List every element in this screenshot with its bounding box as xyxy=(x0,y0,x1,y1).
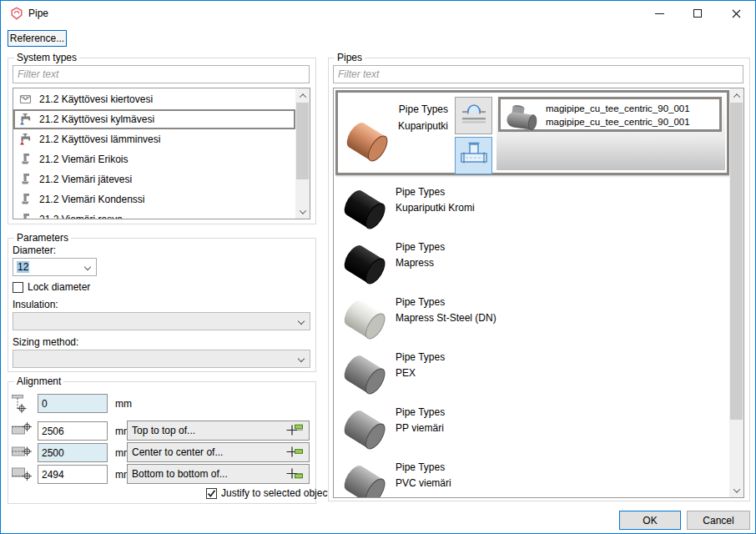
system-type-row[interactable]: 21.2 Viemäri jätevesi xyxy=(13,169,295,189)
sizing-method-combobox[interactable] xyxy=(13,350,310,368)
ok-button[interactable]: OK xyxy=(619,511,681,530)
system-type-row[interactable]: 21.2 Viemäri Erikois xyxy=(13,149,295,169)
pipe-type-title: Pipe Types xyxy=(396,241,445,253)
pipe-type-title: Pipe Types xyxy=(396,296,445,308)
pipe-tee-button[interactable] xyxy=(455,137,492,174)
pipe-type-title: Pipe Types xyxy=(396,406,445,418)
pipe-dialog: Pipe Reference... System types 21.2 Käyt… xyxy=(0,0,756,534)
pipe-cylinder-image xyxy=(339,237,391,293)
alignment-label: Alignment xyxy=(14,375,63,387)
diameter-value: 12 xyxy=(17,261,29,273)
alignment-value-input[interactable] xyxy=(38,465,108,484)
checkbox-box xyxy=(206,488,217,499)
chevron-down-icon xyxy=(298,318,305,325)
reference-button[interactable]: Reference... xyxy=(8,30,67,47)
pipe-type-row[interactable]: Pipe TypesPEX xyxy=(334,345,726,400)
pipe-type-title: Pipe Types xyxy=(368,101,448,118)
system-list-scrollbar[interactable] xyxy=(295,88,310,219)
pipe-type-row[interactable]: Pipe TypesMapress St-Steel (DN) xyxy=(334,290,726,345)
system-type-row[interactable]: 21.2 Käyttövesi kylmävesi xyxy=(13,109,295,129)
close-icon xyxy=(732,9,741,18)
alignment-value-input[interactable] xyxy=(38,443,108,462)
pipe-cylinder-image xyxy=(339,182,391,238)
align-bottom-icon xyxy=(11,464,33,484)
insulation-combobox[interactable] xyxy=(13,312,310,330)
lock-diameter-checkbox[interactable]: Lock diameter xyxy=(13,281,90,293)
drain-icon xyxy=(18,192,34,207)
pipe-type-title: Pipe Types xyxy=(396,461,445,473)
scroll-down-icon[interactable] xyxy=(295,204,310,219)
alignment-value-input[interactable] xyxy=(38,394,108,413)
alignment-reference-button[interactable]: Bottom to bottom of... xyxy=(127,464,310,484)
pipes-filter-input[interactable] xyxy=(333,65,743,83)
checkbox-box xyxy=(13,282,23,293)
plus-green-center-icon xyxy=(285,445,305,461)
alignment-button-label: Top to top of... xyxy=(132,425,195,436)
alignment-button-label: Center to center of... xyxy=(132,446,223,458)
minimize-button[interactable] xyxy=(640,1,678,26)
scroll-up-icon[interactable] xyxy=(729,88,743,103)
system-types-list: 21.2 Käyttövesi kiertovesi 21.2 Käyttöve… xyxy=(13,88,310,219)
fitting-panel: magipipe_cu_tee_centric_90_001 magipipe_… xyxy=(496,95,725,170)
system-type-label: 21.2 Viemäri rasva xyxy=(39,214,123,219)
system-filter-input[interactable] xyxy=(13,65,310,83)
alignment-button-label: Bottom to bottom of... xyxy=(132,468,228,480)
chevron-down-icon xyxy=(84,264,91,270)
pipe-cylinder-image xyxy=(339,292,391,348)
parameters-label: Parameters xyxy=(14,232,71,244)
scrollbar-thumb[interactable] xyxy=(730,103,743,420)
alignment-reference-button[interactable]: Center to center of... xyxy=(127,442,310,462)
close-button[interactable] xyxy=(717,1,755,26)
pipe-cylinder-image xyxy=(339,402,391,458)
pipe-type-name: Kupariputki xyxy=(368,118,448,134)
maximize-button[interactable] xyxy=(678,1,717,26)
scroll-down-icon[interactable] xyxy=(729,483,743,497)
pipe-crossing-icon xyxy=(459,99,489,132)
pipe-type-row[interactable]: Pipe TypesPP viemäri xyxy=(334,400,726,456)
pipe-cylinder-image xyxy=(339,457,391,498)
align-center-icon xyxy=(11,442,33,462)
chevron-down-icon xyxy=(298,355,305,362)
diameter-combobox[interactable]: 12 xyxy=(13,258,97,276)
system-type-label: 21.2 Käyttövesi lämminvesi xyxy=(39,134,160,145)
drain-icon xyxy=(18,172,34,187)
pipe-type-row[interactable]: Pipe TypesKupariputki Kromi xyxy=(334,180,726,235)
pipe-tee-icon xyxy=(459,139,489,172)
window-title: Pipe xyxy=(28,8,48,19)
pipe-type-name: Kupariputki Kromi xyxy=(396,202,475,214)
tee-fitting-image xyxy=(505,103,542,133)
alignment-reference-button[interactable]: Top to top of... xyxy=(127,421,310,441)
pipe-type-title: Pipe Types xyxy=(396,351,445,363)
fitting-name-line2: magipipe_cu_tee_centric_90_001 xyxy=(546,115,690,128)
pipe-type-row[interactable]: Pipe TypesMapress xyxy=(334,235,726,290)
drain-icon xyxy=(18,152,34,167)
sizing-method-label: Sizing method: xyxy=(13,336,78,348)
pipes-list-scrollbar[interactable] xyxy=(729,88,743,497)
circulation-icon xyxy=(18,92,34,107)
unit-label: mm xyxy=(115,398,132,410)
scrollbar-thumb[interactable] xyxy=(296,103,309,179)
system-type-row[interactable]: 21.2 Käyttövesi lämminvesi xyxy=(13,129,295,149)
system-type-label: 21.2 Viemäri Kondenssi xyxy=(39,194,145,205)
alignment-value-input[interactable] xyxy=(38,421,108,441)
justify-checkbox[interactable]: Justify to selected object xyxy=(206,487,330,499)
pipe-type-title: Pipe Types xyxy=(396,186,445,198)
faucet-cold-icon xyxy=(18,112,34,127)
system-type-row[interactable]: 21.2 Viemäri rasva xyxy=(13,209,295,219)
system-type-label: 21.2 Käyttövesi kiertovesi xyxy=(39,93,153,105)
scroll-up-icon[interactable] xyxy=(295,88,310,103)
pipe-type-name: Mapress St-Steel (DN) xyxy=(396,312,496,324)
pipe-cylinder-image xyxy=(339,347,391,403)
cancel-button[interactable]: Cancel xyxy=(687,511,750,530)
insulation-label: Insulation: xyxy=(13,299,58,310)
pipe-type-row[interactable]: Pipe TypesPVC viemäri xyxy=(334,456,726,498)
pipe-type-text: Pipe Types Kupariputki xyxy=(368,101,448,134)
fitting-row-selected[interactable]: magipipe_cu_tee_centric_90_001 magipipe_… xyxy=(498,97,722,132)
system-type-row[interactable]: 21.2 Käyttövesi kiertovesi xyxy=(13,89,295,109)
system-type-label: 21.2 Viemäri Erikois xyxy=(39,154,129,165)
pipe-type-row-selected[interactable]: Pipe Types Kupariputki xyxy=(335,90,729,175)
pipes-list: Pipe Types Kupariputki xyxy=(333,88,744,498)
pipe-crossing-button[interactable] xyxy=(455,97,492,134)
align-top-icon xyxy=(11,421,33,441)
system-type-row[interactable]: 21.2 Viemäri Kondenssi xyxy=(13,189,295,209)
